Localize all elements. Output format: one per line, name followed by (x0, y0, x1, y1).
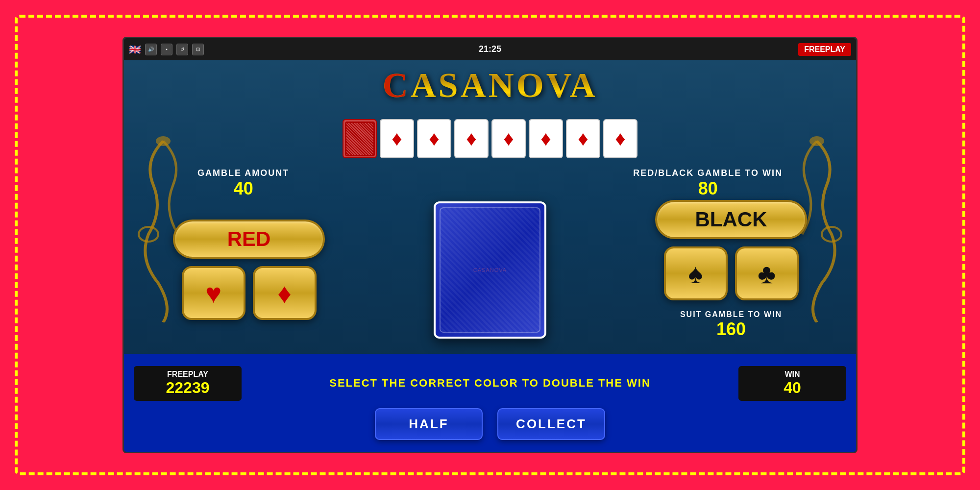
diamond-icon-1: ♦ (392, 127, 402, 150)
freeplay-balance-box: FREEPLAY 22239 (134, 366, 242, 401)
clubs-button[interactable]: ♣ (735, 246, 799, 300)
freeplay-label: FREEPLAY (146, 370, 229, 379)
card-back-text: CASANOVA (473, 267, 507, 273)
expand-icon[interactable]: ⊡ (192, 44, 204, 55)
history-card-1: ♦ (380, 119, 414, 158)
time-value: 21:25 (479, 44, 501, 54)
top-bar: 🇬🇧 🔊 ▪ ↺ ⊡ 21:25 FREEPLAY (124, 38, 856, 60)
gamble-amount-value: 40 (197, 178, 289, 199)
right-buttons: BLACK ♠ ♣ SUIT GAMBLE TO WIN 160 (655, 200, 807, 340)
diamond-icon-3: ♦ (466, 127, 476, 150)
refresh-icon[interactable]: ↺ (176, 44, 188, 55)
outer-border: 🇬🇧 🔊 ▪ ↺ ⊡ 21:25 FREEPLAY (15, 15, 965, 475)
hearts-button[interactable]: ♥ (182, 266, 245, 320)
freeplay-value: 22239 (146, 379, 229, 397)
buttons-area: RED ♥ ♦ CASANOVA BLACK (124, 200, 856, 340)
bottom-bar: FREEPLAY 22239 SELECT THE CORRECT COLOR … (124, 354, 856, 452)
red-suit-buttons: ♥ ♦ (182, 266, 317, 320)
red-black-label: RED/BLACK GAMBLE TO WIN (633, 168, 783, 178)
diamond-icon-7: ♦ (615, 127, 625, 150)
diamonds-icon: ♦ (277, 277, 292, 309)
history-card-3: ♦ (454, 119, 489, 158)
time-display: 21:25 (479, 44, 501, 54)
suit-gamble-section: SUIT GAMBLE TO WIN 160 (680, 310, 782, 340)
diamond-icon-5: ♦ (540, 127, 551, 150)
game-title: CASANOVA (383, 65, 598, 106)
diamonds-button[interactable]: ♦ (253, 266, 317, 320)
black-button[interactable]: BLACK (655, 200, 807, 239)
gamble-info: GAMBLE AMOUNT 40 RED/BLACK GAMBLE TO WIN… (124, 168, 856, 199)
diamond-icon-4: ♦ (503, 127, 514, 150)
suit-gamble-value: 160 (680, 319, 782, 340)
red-button[interactable]: RED (173, 220, 325, 259)
hearts-icon: ♥ (205, 277, 221, 309)
red-black-value: 80 (633, 178, 783, 199)
diamond-icon-2: ♦ (429, 127, 439, 150)
diamond-icon-6: ♦ (578, 127, 588, 150)
svg-point-0 (156, 136, 171, 146)
win-box: WIN 40 (738, 366, 846, 401)
history-card-5: ♦ (529, 119, 563, 158)
half-button[interactable]: HALF (375, 408, 483, 440)
title-c: C (383, 66, 411, 105)
win-value: 40 (751, 379, 834, 397)
history-card-4: ♦ (491, 119, 526, 158)
spades-button[interactable]: ♠ (664, 246, 728, 300)
left-buttons: RED ♥ ♦ (173, 220, 325, 320)
spades-icon: ♠ (688, 258, 703, 290)
top-bar-right: FREEPLAY (798, 43, 851, 56)
top-bar-controls: 🇬🇧 🔊 ▪ ↺ ⊡ (129, 44, 204, 55)
history-card-6: ♦ (566, 119, 600, 158)
freeplay-badge: FREEPLAY (798, 43, 851, 56)
win-label: WIN (751, 370, 834, 379)
suit-gamble-label: SUIT GAMBLE TO WIN (680, 310, 782, 319)
black-suit-buttons: ♠ ♣ (664, 246, 799, 300)
history-card-7: ♦ (603, 119, 637, 158)
gamble-amount-section: GAMBLE AMOUNT 40 (197, 168, 289, 199)
flag-icon: 🇬🇧 (129, 44, 141, 55)
clubs-icon: ♣ (758, 258, 776, 290)
history-card-2: ♦ (417, 119, 451, 158)
action-buttons: HALF COLLECT (375, 408, 605, 440)
center-card: CASANOVA (434, 201, 546, 339)
bottom-info-row: FREEPLAY 22239 SELECT THE CORRECT COLOR … (124, 366, 856, 401)
svg-point-2 (809, 136, 824, 146)
history-card-0 (343, 119, 377, 158)
game-window: 🇬🇧 🔊 ▪ ↺ ⊡ 21:25 FREEPLAY (122, 37, 858, 453)
gamble-amount-label: GAMBLE AMOUNT (197, 168, 289, 178)
collect-button[interactable]: COLLECT (497, 408, 605, 440)
menu-icon[interactable]: ▪ (161, 44, 172, 55)
sound-icon[interactable]: 🔊 (145, 44, 157, 55)
card-history: ♦ ♦ ♦ ♦ ♦ ♦ ♦ (343, 119, 637, 158)
red-black-gamble-section: RED/BLACK GAMBLE TO WIN 80 (633, 168, 783, 199)
game-message: SELECT THE CORRECT COLOR TO DOUBLE THE W… (242, 376, 738, 391)
title-rest: ASANOVA (411, 66, 598, 105)
